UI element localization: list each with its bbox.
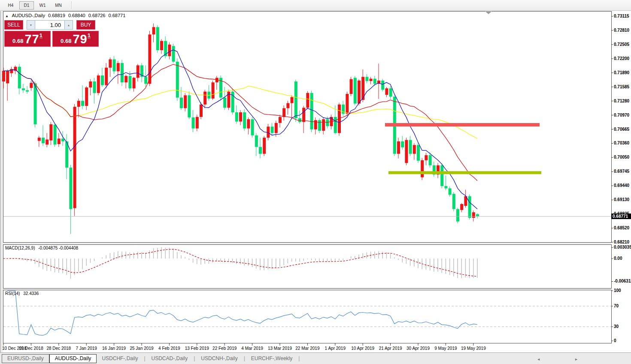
timeframe-button-d1[interactable]: D1 xyxy=(19,1,34,9)
chart-tab-bar: EURUSD-,DailyAUDUSD-,DailyUSDCHF-,Daily|… xyxy=(0,352,631,364)
timeframe-button-h4[interactable]: H4 xyxy=(3,1,18,9)
mt4-window: H4D1W1MN ▲ AUDUSD-,Daily 0.68819 0.68840… xyxy=(0,0,631,364)
spin-up-icon: ▲ xyxy=(67,23,70,26)
tab-divider: | xyxy=(244,355,245,361)
scroll-left-icon[interactable]: ◂ xyxy=(537,357,557,361)
volume-decrease-button[interactable]: ▼ xyxy=(27,20,35,30)
price-axis-label: 0.69745 xyxy=(614,169,629,174)
ohlc-high: 0.68840 xyxy=(68,13,85,18)
rsi-value: 32.4336 xyxy=(23,291,39,296)
volume-input[interactable] xyxy=(35,20,64,30)
sell-big-figure: 0.68 xyxy=(12,37,23,45)
price-axis-label: 0.71890 xyxy=(614,70,629,75)
rsi-axis-label: 100 xyxy=(614,288,621,293)
buy-button[interactable]: BUY xyxy=(76,20,95,30)
date-axis-label: 30 Apr 2019 xyxy=(407,346,430,351)
date-axis-label: 4 Feb 2019 xyxy=(158,346,180,351)
price-axis-label: 0.68520 xyxy=(614,226,629,230)
price-axis-label: 0.69130 xyxy=(614,197,629,202)
date-axis-label: 22 Feb 2019 xyxy=(212,346,237,351)
date-axis-label: 25 Jan 2019 xyxy=(130,346,153,351)
rsi-axis-label: 70 xyxy=(614,304,619,308)
symbol-collapse-icon[interactable]: ▲ xyxy=(5,14,9,18)
price-axis[interactable] xyxy=(612,11,631,352)
sell-pipette: 1 xyxy=(39,33,42,39)
sell-button[interactable]: SELL xyxy=(4,20,23,30)
rsi-axis-label: 0 xyxy=(614,338,616,343)
date-axis-label: 13 Feb 2019 xyxy=(185,346,209,351)
date-axis-label: 19 Dec 2018 xyxy=(19,346,43,351)
timeframe-buttons: H4D1W1MN xyxy=(3,1,67,9)
price-axis-label: 0.72505 xyxy=(614,42,629,47)
date-axis-label: 16 Jan 2019 xyxy=(102,346,126,351)
tab-divider: | xyxy=(144,355,145,361)
date-axis-label: 1 Apr 2019 xyxy=(325,346,346,351)
price-axis-label: 0.69440 xyxy=(614,183,629,188)
chart-tab-eurusd[interactable]: EURUSD-,Daily xyxy=(2,354,49,363)
price-axis-label: 0.72200 xyxy=(614,56,629,61)
date-axis-label: 19 May 2019 xyxy=(461,346,486,351)
chart-tab-eurchf[interactable]: EURCHF-,Weekly xyxy=(246,355,297,363)
chart-tab-usdcnh[interactable]: USDCNH-,Daily xyxy=(196,355,243,363)
date-axis-label: 7 Jan 2019 xyxy=(76,346,97,351)
date-axis-label: 13 Mar 2019 xyxy=(268,346,292,351)
price-axis-label: 0.73115 xyxy=(614,14,629,18)
bid-price-tag: 0.68771 xyxy=(611,214,631,219)
chart-tab-usdcad[interactable]: USDCAD-,Daily xyxy=(146,355,193,363)
buy-pips: 79 xyxy=(73,33,87,45)
rsi-label: RSI(14) 32.4336 xyxy=(5,291,41,296)
rsi-pane[interactable] xyxy=(3,290,612,343)
chart-tabs: EURUSD-,DailyAUDUSD-,DailyUSDCHF-,Daily|… xyxy=(2,354,300,363)
timeframe-toolbar: H4D1W1MN xyxy=(0,0,631,11)
ohlc-low: 0.68726 xyxy=(88,13,106,18)
price-axis-label: 0.70970 xyxy=(614,113,629,117)
scroll-right-icon[interactable]: ▸ xyxy=(575,357,595,361)
tab-divider: | xyxy=(194,355,195,361)
toolbar-separator xyxy=(71,1,72,9)
macd-values: -0.004875 -0.004408 xyxy=(38,246,78,250)
chart-tab-usdchf[interactable]: USDCHF-,Daily xyxy=(97,355,143,363)
timeframe-button-w1[interactable]: W1 xyxy=(35,1,50,9)
sell-pips: 77 xyxy=(24,33,39,45)
chart-tab-audusd[interactable]: AUDUSD-,Daily xyxy=(49,354,97,363)
date-axis-label: 22 Mar 2019 xyxy=(295,346,319,351)
ohlc-close: 0.68771 xyxy=(109,13,126,18)
price-axis-label: 0.71280 xyxy=(614,99,629,103)
tab-scroll-arrows: ◂ ▸ xyxy=(537,357,595,361)
price-axis-label: 0.70360 xyxy=(614,141,629,145)
date-axis-label: 21 Apr 2019 xyxy=(379,346,402,351)
rsi-axis-label: 30 xyxy=(614,324,619,329)
price-axis-label: 0.71585 xyxy=(614,84,629,89)
volume-increase-button[interactable]: ▲ xyxy=(64,20,73,30)
chart-symbol-label: AUDUSD-,Daily xyxy=(12,13,45,18)
date-axis-label: 28 Dec 2018 xyxy=(46,346,71,351)
macd-label: MACD(12,26,9) -0.004875 -0.004408 xyxy=(5,246,80,250)
macd-axis-label: 0.00 xyxy=(614,256,622,261)
tab-divider: | xyxy=(298,355,300,361)
date-axis-label: 9 May 2019 xyxy=(434,346,457,351)
buy-price-button[interactable]: 0.68 79 1 xyxy=(52,31,99,47)
one-click-trading-panel: SELL ▼ ▲ BUY 0.68 77 1 0.68 79 1 xyxy=(4,20,99,47)
date-axis-label: 4 Mar 2019 xyxy=(241,346,263,351)
ohlc-open: 0.68819 xyxy=(48,13,65,18)
chart-title: ▲ AUDUSD-,Daily 0.68819 0.68840 0.68726 … xyxy=(5,13,127,18)
buy-big-figure: 0.68 xyxy=(61,37,71,45)
timeframe-button-mn[interactable]: MN xyxy=(51,1,66,9)
buy-pipette: 1 xyxy=(88,33,91,39)
rsi-name: RSI(14) xyxy=(5,291,20,296)
macd-name: MACD(12,26,9) xyxy=(5,246,35,250)
macd-axis-label: -0.006311 xyxy=(614,279,631,283)
sell-price-button[interactable]: 0.68 77 1 xyxy=(4,31,51,47)
date-axis-label: 10 Apr 2019 xyxy=(351,346,374,351)
price-axis-label: 0.70050 xyxy=(614,155,629,159)
price-axis-label: 0.68210 xyxy=(614,240,629,244)
spin-down-icon: ▼ xyxy=(30,23,32,26)
macd-pane[interactable] xyxy=(3,244,612,289)
window-edge xyxy=(0,11,1,352)
macd-axis-label: 0.003035 xyxy=(614,245,631,250)
price-axis-label: 0.70665 xyxy=(614,127,629,132)
price-axis-label: 0.72810 xyxy=(614,28,629,33)
